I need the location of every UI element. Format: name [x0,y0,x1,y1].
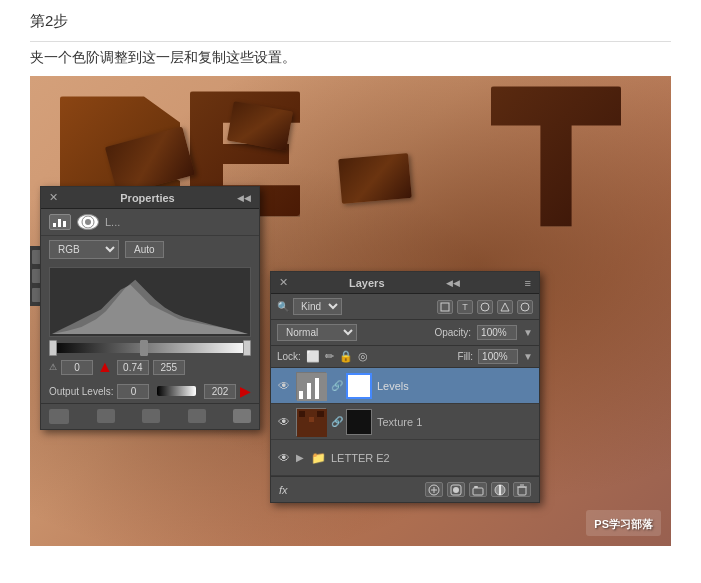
lock-pixel-icon[interactable]: ✏ [325,350,334,363]
svg-rect-1 [58,219,61,227]
fx-button[interactable]: fx [279,484,288,496]
layer-chain-levels[interactable]: 🔗 [331,380,341,391]
add-mask-btn[interactable] [447,482,465,497]
input-min-field[interactable] [61,360,93,375]
properties-panel: ✕ Properties ◀◀ [40,186,260,430]
filter-smartobj-btn[interactable] [517,300,533,314]
page-wrapper: 第2步 夹一个色阶调整到这一层和复制这些设置。 ✕ Properties ◀◀ [0,0,701,583]
slider-thumb-min[interactable] [49,340,57,356]
layer-mask-texture [346,409,372,435]
folder-icon-letter-e2: 📁 [311,451,326,465]
top-text-area: 第2步 夹一个色阶调整到这一层和复制这些设置。 [0,0,701,76]
delete-icon[interactable] [233,409,251,423]
layer-name-levels: Levels [377,380,533,392]
new-adjustment-btn[interactable] [491,482,509,497]
properties-panel-title: Properties [120,192,174,204]
layer-thumbnail-levels [296,372,326,400]
svg-rect-14 [315,378,319,399]
watermark: PS学习部落 [586,510,661,536]
reset-icon[interactable] [97,409,115,423]
watermark-text: PS学习部落 [594,518,653,530]
description: 夹一个色阶调整到这一层和复制这些设置。 [30,46,671,68]
layers-menu-btn[interactable]: ≡ [525,277,531,289]
blend-mode-select[interactable]: Normal Multiply Screen [277,324,357,341]
svg-rect-2 [63,221,66,227]
view-icon[interactable] [188,409,206,423]
properties-panel-header: ✕ Properties ◀◀ [41,187,259,209]
histogram-area [49,267,251,337]
new-group-btn[interactable] [469,482,487,497]
layers-panel-footer: fx [271,476,539,502]
svg-rect-25 [474,486,478,488]
output-gradient-slider[interactable] [157,386,196,396]
lock-move-icon[interactable]: 🔒 [339,350,353,363]
layer-visibility-texture[interactable]: 👁 [277,415,291,429]
footer-buttons-group [425,482,531,497]
group-collapse-btn[interactable]: ▶ [296,452,304,463]
properties-close-btn[interactable]: ✕ [49,191,58,204]
search-icon: 🔍 [277,301,289,312]
svg-rect-7 [441,303,449,311]
layers-panel: ✕ Layers ◀◀ ≡ 🔍 Kind T [270,271,540,503]
levels-icon[interactable] [49,214,71,230]
layer-chain-texture[interactable]: 🔗 [331,416,341,427]
svg-rect-17 [309,417,314,422]
opacity-input[interactable] [477,325,517,340]
input-mid-field[interactable] [117,360,149,375]
opacity-dropdown-btn[interactable]: ▼ [523,327,533,338]
properties-panel-footer [41,403,259,429]
input-gradient-slider[interactable] [49,343,251,353]
layers-close-btn[interactable]: ✕ [279,276,288,289]
filter-adjustment-btn[interactable]: T [457,300,473,314]
svg-marker-9 [501,303,509,311]
fill-input[interactable] [478,349,518,364]
prev-icon[interactable] [142,409,160,423]
layer-visibility-letter-e2[interactable]: 👁 [277,451,291,465]
filter-type-btn[interactable] [477,300,493,314]
add-layer-icon[interactable] [49,409,69,424]
input-max-field[interactable] [153,360,185,375]
layer-visibility-levels[interactable]: 👁 [277,379,291,393]
layers-collapse-btn[interactable]: ◀◀ [446,278,460,288]
layer-name-letter-e2: LETTER E2 [331,452,533,464]
delete-layer-btn[interactable] [513,482,531,497]
slider-thumb-max[interactable] [243,340,251,356]
slider-thumb-mid[interactable] [140,340,148,356]
channel-select[interactable]: RGB Red Green Blue [49,240,119,259]
fill-label: Fill: [458,351,474,362]
fill-dropdown-btn[interactable]: ▼ [523,351,533,362]
output-min-field[interactable] [117,384,149,399]
brownie-piece-3 [338,153,412,204]
layers-panel-title: Layers [349,277,384,289]
input-slider-row [41,341,259,355]
output-levels-row: Output Levels: ▶ [41,379,259,403]
filter-shape-btn[interactable] [497,300,513,314]
blend-opacity-row: Normal Multiply Screen Opacity: ▼ [271,320,539,346]
output-max-field[interactable] [204,384,236,399]
properties-collapse-btn[interactable]: ◀◀ [237,193,251,203]
mask-icon[interactable] [77,214,99,230]
filter-kind-select[interactable]: Kind [293,298,342,315]
lock-label: Lock: [277,351,301,362]
lock-row: Lock: ⬜ ✏ 🔒 ◎ Fill: ▼ [271,346,539,368]
levels-warning-icon: ⚠ [49,362,57,372]
layer-indicator: L... [105,216,120,228]
svg-rect-27 [518,487,526,495]
properties-icon-row: L... [41,209,259,236]
auto-button[interactable]: Auto [125,241,164,258]
svg-rect-18 [317,411,324,417]
layer-row-letter-e2[interactable]: 👁 ▶ 📁 LETTER E2 [271,440,539,476]
layer-row-levels[interactable]: 👁 🔗 Levels [271,368,539,404]
svg-point-4 [85,219,91,225]
add-layer-style-btn[interactable] [425,482,443,497]
layer-thumbnail-texture [296,408,326,436]
red-arrow-icon: ▲ [97,358,113,376]
filter-pixel-btn[interactable] [437,300,453,314]
main-image: ✕ Properties ◀◀ [30,76,671,546]
layer-row-texture[interactable]: 👁 🔗 Texture 1 [271,404,539,440]
lock-artboard-icon[interactable]: ◎ [358,350,368,363]
layer-name-texture: Texture 1 [377,416,533,428]
input-levels-row: ⚠ ▲ [41,355,259,379]
lock-position-icon[interactable]: ⬜ [306,350,320,363]
channel-row: RGB Red Green Blue Auto [41,236,259,263]
